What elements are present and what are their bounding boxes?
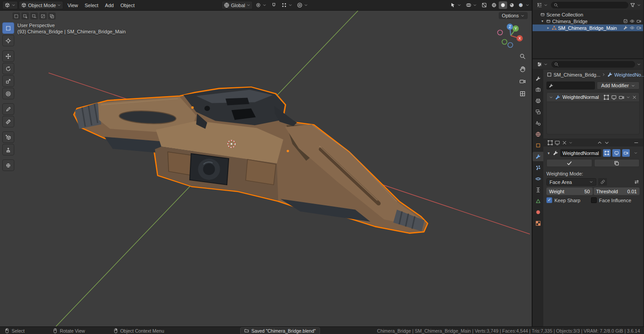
expander-icon[interactable]: ▾ <box>540 19 545 23</box>
zoom-button[interactable] <box>518 52 527 61</box>
rotate-tool-button[interactable] <box>2 63 14 74</box>
editor-type-button[interactable] <box>2 1 18 9</box>
overlays-dropdown[interactable] <box>464 1 479 9</box>
breadcrumb-object[interactable]: SM_Chimera_Bridg... <box>546 72 600 77</box>
modifier-close-icon[interactable] <box>632 95 637 100</box>
tab-modifiers[interactable] <box>533 152 543 161</box>
display-render-toggle[interactable] <box>619 94 624 100</box>
gizmos-dropdown[interactable] <box>448 1 463 9</box>
tab-render[interactable] <box>533 85 543 94</box>
move-down-icon[interactable] <box>604 140 610 146</box>
outliner-row[interactable]: ▸SM_Chimera_Bridge_Main <box>533 24 643 31</box>
tab-view-layer[interactable] <box>533 107 543 117</box>
menu-select[interactable]: Select <box>82 2 102 9</box>
options-button[interactable]: Options <box>499 12 528 19</box>
wrench-icon[interactable] <box>623 25 628 30</box>
xray-toggle[interactable] <box>480 1 489 9</box>
toggle-render-button[interactable] <box>622 149 630 157</box>
properties-search[interactable] <box>551 61 635 68</box>
remove-icon[interactable] <box>633 140 639 146</box>
eye-icon[interactable] <box>630 25 635 30</box>
outliner-search[interactable] <box>551 2 628 8</box>
breadcrumb-modifier[interactable]: WeightedNo... <box>607 72 644 77</box>
snap-target-dropdown[interactable] <box>279 1 294 9</box>
panel-extras-button[interactable] <box>632 149 640 157</box>
outliner-search-input[interactable] <box>560 2 626 8</box>
shading-wireframe-button[interactable] <box>490 1 498 9</box>
cursor-tool-button[interactable] <box>2 35 14 46</box>
outliner-filter-dropdown[interactable] <box>637 3 641 7</box>
apply-button[interactable] <box>546 159 592 167</box>
tab-scene[interactable] <box>533 118 543 128</box>
select-mode-extend-button[interactable] <box>21 12 29 20</box>
mode-dropdown[interactable]: Object Mode <box>19 1 63 9</box>
eye-icon[interactable] <box>630 19 635 24</box>
select-mode-intersect-button[interactable] <box>48 12 56 20</box>
gizmo-neg-z-axis[interactable] <box>508 43 513 48</box>
tab-world[interactable] <box>533 130 543 139</box>
modifier-expand-icon[interactable] <box>549 95 553 99</box>
camera-view-button[interactable] <box>518 77 527 86</box>
display-edit-mode-toggle[interactable] <box>603 94 609 100</box>
snap-toggle[interactable] <box>269 1 279 9</box>
shading-solid-button[interactable] <box>499 1 507 9</box>
proportional-edit-dropdown[interactable] <box>295 1 310 9</box>
misc-tool-tool-button[interactable] <box>2 159 14 171</box>
tab-material[interactable] <box>533 208 543 217</box>
pan-button[interactable] <box>518 64 527 73</box>
keep-sharp-checkbox[interactable]: ✓ <box>546 197 552 203</box>
filter-realtime-icon[interactable] <box>554 140 560 146</box>
menu-view[interactable]: View <box>64 2 81 9</box>
annotate-tool-button[interactable] <box>2 103 14 115</box>
move-tool-button[interactable] <box>2 50 14 62</box>
select-box-tool-button[interactable] <box>2 22 14 34</box>
shading-material-button[interactable] <box>508 1 516 9</box>
modifier-name-field[interactable]: WeightedNormal <box>560 149 601 157</box>
select-mode-new-button[interactable] <box>12 12 20 20</box>
scale-tool-button[interactable] <box>2 75 14 87</box>
panel-expander-icon[interactable]: ▾ <box>546 151 551 155</box>
properties-options-dropdown[interactable] <box>637 62 641 66</box>
tab-tool[interactable] <box>533 74 543 83</box>
toggle-edit-mode-button[interactable] <box>603 149 611 157</box>
threshold-field[interactable]: Threshold 0.01 <box>594 187 640 195</box>
navigation-gizmo[interactable]: Z Y X <box>494 21 527 50</box>
toggle-realtime-button[interactable] <box>612 149 620 157</box>
pivot-dropdown[interactable] <box>254 1 268 9</box>
gizmo-neg-y-axis[interactable] <box>502 40 507 45</box>
select-mode-invert-button[interactable] <box>39 12 47 20</box>
move-up-icon[interactable] <box>597 140 603 146</box>
display-realtime-toggle[interactable] <box>611 94 617 100</box>
extrude-tool-button[interactable] <box>2 144 14 155</box>
filter-edit-mode-icon[interactable] <box>547 140 553 146</box>
invert-vgroup-icon[interactable] <box>634 179 640 185</box>
tab-object[interactable] <box>533 141 543 150</box>
tab-physics[interactable] <box>533 174 543 183</box>
transform-tool-button[interactable] <box>2 88 14 99</box>
face-influence-checkbox[interactable] <box>591 197 597 203</box>
measure-tool-button[interactable] <box>2 116 14 127</box>
checkbox-icon[interactable] <box>623 19 628 24</box>
menu-add[interactable]: Add <box>102 2 117 9</box>
camera-icon[interactable] <box>636 19 641 24</box>
add-modifier-button[interactable]: Add Modifier <box>597 81 640 90</box>
weighting-mode-dropdown[interactable]: Face Area <box>546 178 596 186</box>
shading-rendered-button[interactable] <box>517 1 525 9</box>
orientation-dropdown[interactable]: Global <box>222 1 253 9</box>
outliner-editor-type-button[interactable] <box>535 1 550 9</box>
modifier-extras-dropdown[interactable] <box>626 95 630 99</box>
outliner-row[interactable]: Scene Collection <box>533 11 643 18</box>
modifier-panel-header[interactable]: WeightedNormal <box>546 92 640 102</box>
tab-particles[interactable] <box>533 163 543 172</box>
filter-dropdown-icon[interactable] <box>569 141 573 145</box>
select-mode-subtract-button[interactable] <box>30 12 38 20</box>
vertex-group-button[interactable] <box>598 178 607 186</box>
copy-button[interactable] <box>594 159 640 167</box>
filter-clear-icon[interactable] <box>562 140 567 146</box>
tab-data[interactable] <box>533 196 543 206</box>
modifier-search-field[interactable] <box>546 81 595 90</box>
weight-field[interactable]: Weight 50 <box>546 187 593 195</box>
tab-texture[interactable] <box>533 219 543 228</box>
tab-output[interactable] <box>533 96 543 106</box>
properties-search-input[interactable] <box>561 61 632 67</box>
